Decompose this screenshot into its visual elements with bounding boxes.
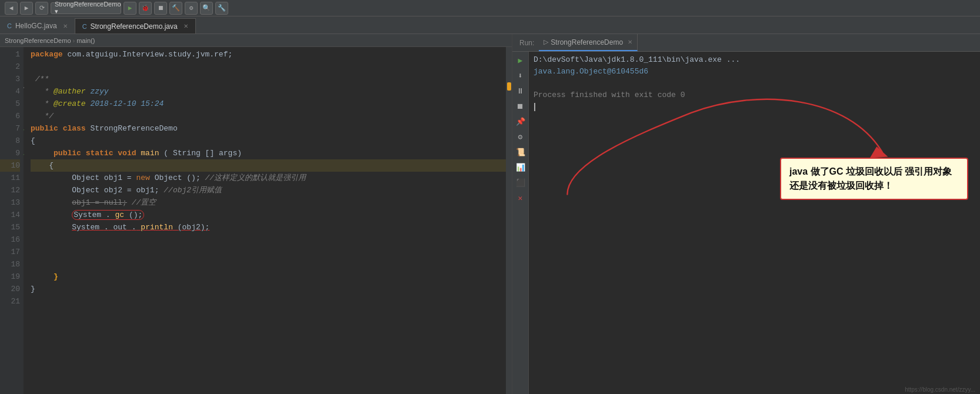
run-button[interactable]: ▶ bbox=[124, 2, 136, 15]
package-name: com.atguigu.Interview.study.jvm.ref; bbox=[67, 50, 232, 59]
line-numbers: 1 2 3 4 5 6 7 8 9 10 11 12 13 14 15 16 1… bbox=[0, 47, 24, 394]
tools-button[interactable]: 🔧 bbox=[215, 2, 228, 15]
strikethrough-13: obj1 = null; bbox=[72, 198, 127, 207]
breadcrumb-method: main() bbox=[76, 37, 95, 44]
code-line-9: ▶ public static void main ( String [] ar… bbox=[31, 147, 506, 159]
pause-button[interactable]: ⏸ bbox=[514, 85, 527, 98]
scroll-run-button[interactable]: 📜 bbox=[514, 146, 527, 159]
tab-hellogc-close[interactable]: ✕ bbox=[63, 23, 68, 29]
debug-button[interactable]: 🐞 bbox=[139, 2, 152, 15]
class-name: StrongReferenceDemo bbox=[90, 124, 177, 133]
run-body: ▶ ⬇ ⏸ ⏹ 📌 ⚙ 📜 📊 ⬛ ✕ D:\devSoft\Java\jdk1… bbox=[512, 52, 980, 394]
scroll-stripe[interactable] bbox=[506, 47, 512, 394]
run-tab-strongref[interactable]: ▷ StrongReferenceDemo ✕ bbox=[539, 34, 638, 51]
scroll-indicator bbox=[507, 82, 511, 91]
line-num-5: 5 bbox=[0, 98, 20, 110]
hellogc-icon: C bbox=[7, 22, 12, 29]
code-line-17 bbox=[31, 246, 506, 258]
code-line-3: ▾ /** bbox=[31, 73, 506, 85]
resume-button[interactable]: ⬇ bbox=[514, 69, 527, 82]
code-line-14: System . gc (); bbox=[31, 209, 506, 221]
ann-val-zzyy: zzyy bbox=[86, 87, 109, 96]
fold-icon-3[interactable]: ▾ bbox=[24, 82, 25, 95]
brace-open: { bbox=[31, 136, 35, 145]
line-num-3: 3 bbox=[0, 73, 20, 85]
method-main: main bbox=[141, 149, 159, 158]
rerun-button[interactable]: ▶ bbox=[514, 54, 527, 67]
line-num-4: 4 bbox=[0, 85, 20, 98]
code-line-4: * @auther zzyy bbox=[31, 85, 506, 98]
watermark: https://blog.csdn.net/zzyy... bbox=[905, 386, 975, 393]
editor-panel: StrongReferenceDemo › main() 1 2 3 4 5 6… bbox=[0, 34, 512, 394]
console-line-3 bbox=[534, 78, 975, 89]
console-output: D:\devSoft\Java\jdk1.8.0_111\bin\java.ex… bbox=[529, 52, 980, 394]
stop-run-button[interactable]: ⏹ bbox=[514, 100, 527, 113]
split-button[interactable]: ⬛ bbox=[514, 176, 527, 189]
line-num-2: 2 bbox=[0, 61, 20, 73]
line-num-17: 17 bbox=[0, 246, 20, 258]
pin-button[interactable]: 📌 bbox=[514, 115, 527, 128]
run-marker-7: ▶ bbox=[24, 124, 24, 136]
code-line-1: package com.atguigu.Interview.study.jvm.… bbox=[31, 48, 506, 61]
console-process-text: Process finished with exit code 0 bbox=[534, 91, 685, 99]
code-editor[interactable]: package com.atguigu.Interview.study.jvm.… bbox=[24, 47, 506, 394]
line-num-15: 15 bbox=[0, 221, 20, 233]
run-label: Run: bbox=[519, 39, 534, 47]
settings-run-button[interactable]: ⚙ bbox=[514, 131, 527, 143]
tab-strongref[interactable]: C StrongReferenceDemo.java ✕ bbox=[75, 18, 196, 34]
println-underline: System . out . println (obj2); bbox=[72, 223, 209, 232]
system-gc: System bbox=[74, 211, 101, 219]
code-line-12: Object obj2 = obj1; //obj2引用赋值 bbox=[31, 184, 506, 196]
breadcrumb-class: StrongReferenceDemo bbox=[5, 37, 71, 44]
cursor bbox=[534, 103, 535, 111]
forward-button[interactable]: ▶ bbox=[20, 2, 33, 15]
build-button[interactable]: 🔨 bbox=[169, 2, 182, 15]
annotation-text-bold: java 做了GC 垃圾回收以后 强引用对象还是没有被垃圾回收掉！ bbox=[789, 166, 952, 191]
diagram-button[interactable]: 📊 bbox=[514, 161, 527, 174]
tab-hellogc-label: HelloGC.java bbox=[15, 22, 57, 30]
close-run-button[interactable]: ✕ bbox=[514, 192, 527, 205]
line-num-13: 13 bbox=[0, 196, 20, 209]
line-num-16: 16 bbox=[0, 233, 20, 246]
project-selector[interactable]: StrongReferenceDemo ▾ bbox=[51, 2, 121, 14]
type-string: String bbox=[173, 149, 201, 158]
kw-public-7: public bbox=[31, 124, 58, 133]
line-num-14: 14 bbox=[0, 209, 20, 221]
comment-13: //置空 bbox=[132, 198, 156, 207]
kw-public-9: public bbox=[54, 149, 81, 158]
code-line-8: { bbox=[31, 135, 506, 147]
comment-12: //obj2引用赋值 bbox=[164, 186, 222, 195]
run-tab-icon: ▷ bbox=[544, 38, 548, 46]
breadcrumb: StrongReferenceDemo › main() bbox=[0, 34, 512, 47]
line-num-10: 10 bbox=[0, 159, 20, 172]
tab-hellogc[interactable]: C HelloGC.java ✕ bbox=[0, 18, 75, 34]
code-line-5: * @create 2018-12-10 15:24 bbox=[31, 98, 506, 110]
run-sidebar: ▶ ⬇ ⏸ ⏹ 📌 ⚙ 📜 📊 ⬛ ✕ bbox=[512, 52, 529, 394]
tab-strongref-close[interactable]: ✕ bbox=[184, 23, 188, 29]
top-toolbar: ◀ ▶ ⟳ StrongReferenceDemo ▾ ▶ 🐞 ⏹ 🔨 ⚙ 🔍 … bbox=[0, 0, 980, 16]
kw-package: package bbox=[31, 50, 63, 59]
annotation-auther: @auther bbox=[54, 87, 86, 96]
line-num-18: 18 bbox=[0, 258, 20, 271]
run-header: Run: ▷ StrongReferenceDemo ✕ bbox=[512, 34, 980, 52]
run-tab-close[interactable]: ✕ bbox=[628, 39, 632, 45]
search-button[interactable]: 🔍 bbox=[200, 2, 213, 15]
stop-button[interactable]: ⏹ bbox=[154, 2, 167, 15]
kw-void: void bbox=[118, 149, 136, 158]
kw-static: static bbox=[86, 149, 114, 158]
line-num-12: 12 bbox=[0, 184, 20, 196]
back-button[interactable]: ◀ bbox=[5, 2, 18, 15]
settings-button[interactable]: ⚙ bbox=[185, 2, 198, 15]
run-panel: Run: ▷ StrongReferenceDemo ✕ ▶ ⬇ ⏸ ⏹ 📌 ⚙… bbox=[512, 34, 980, 394]
indent-9 bbox=[31, 149, 49, 158]
tab-bar: C HelloGC.java ✕ C StrongReferenceDemo.j… bbox=[0, 16, 980, 34]
breadcrumb-sep: › bbox=[73, 37, 75, 44]
line-num-8: 8 bbox=[0, 135, 20, 147]
comment-11: //这样定义的默认就是强引用 bbox=[205, 173, 306, 182]
code-line-21 bbox=[31, 295, 506, 308]
type-object-12: Object bbox=[72, 186, 99, 195]
strongref-icon: C bbox=[82, 23, 87, 30]
refresh-button[interactable]: ⟳ bbox=[35, 2, 48, 15]
method-gc: gc bbox=[115, 211, 124, 219]
code-line-7: ▶ public class StrongReferenceDemo bbox=[31, 122, 506, 135]
